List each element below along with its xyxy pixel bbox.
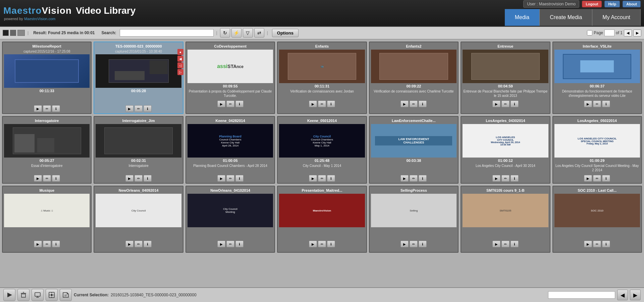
monitor-button[interactable] <box>32 289 44 301</box>
card-edit-button[interactable]: ✏ <box>410 241 418 247</box>
tab-my-account[interactable]: My Account <box>592 9 641 26</box>
page-next-button[interactable]: ▶ <box>633 29 641 37</box>
refresh-button[interactable]: ↻ <box>220 28 230 38</box>
video-card-keene1[interactable]: Keene_04282014 Planning Board Council Ch… <box>185 116 275 184</box>
card-play-button[interactable]: ▶ <box>400 241 409 247</box>
video-card-presentation[interactable]: Presentation_Maitred... MaestroVision ▶ … <box>277 186 367 253</box>
card-info-button[interactable]: ℹ <box>511 101 519 107</box>
side-icon-1[interactable]: ● <box>177 49 183 55</box>
card-info-button[interactable]: ℹ <box>511 175 519 182</box>
card-info-button[interactable]: ℹ <box>419 101 427 107</box>
card-info-button[interactable]: ℹ <box>327 101 335 107</box>
card-play-button[interactable]: ▶ <box>34 241 42 247</box>
options-button[interactable]: Options <box>272 29 299 37</box>
card-info-button[interactable]: ℹ <box>235 101 244 107</box>
card-info-button[interactable]: ℹ <box>419 175 427 182</box>
card-edit-button[interactable]: ✏ <box>135 175 143 182</box>
filter-button[interactable]: ⚡ <box>231 28 241 38</box>
card-info-button[interactable]: ℹ <box>52 105 60 112</box>
tab-media[interactable]: Media <box>505 9 540 26</box>
video-card-entrevue[interactable]: Entrevue 00:04:59 Entrevue de Pascal Bla… <box>461 42 550 114</box>
video-card-neworleans1[interactable]: NewOrleans_04092014 City Council ▶ ✏ ℹ <box>94 186 183 253</box>
card-edit-button[interactable]: ✏ <box>318 101 326 107</box>
card-edit-button[interactable]: ✏ <box>593 101 601 107</box>
card-play-button[interactable]: ▶ <box>309 241 317 247</box>
card-play-button[interactable]: ▶ <box>584 175 592 182</box>
play-button[interactable] <box>3 289 15 301</box>
video-card-lawenforcement[interactable]: LawEnforcementChalle... LAW ENFORCEMENTC… <box>369 116 459 184</box>
card-play-button[interactable]: ▶ <box>492 101 500 107</box>
card-info-button[interactable]: ℹ <box>327 175 335 182</box>
search-input[interactable] <box>120 29 214 37</box>
card-info-button[interactable]: ℹ <box>602 241 610 247</box>
card-edit-button[interactable]: ✏ <box>135 241 143 247</box>
side-icon-3[interactable]: ◁ <box>177 62 183 68</box>
video-card-interrogatoire-jim[interactable]: Interrogatoire_Jim 00:02:31 Interrogatoi… <box>94 116 183 184</box>
card-info-button[interactable]: ℹ <box>144 175 152 182</box>
funnel-button[interactable]: ▽ <box>243 28 253 38</box>
video-card-tes[interactable]: TES-000000-023_00000000 captured:2016/01… <box>94 42 183 114</box>
help-button[interactable]: Help <box>604 1 620 7</box>
card-play-button[interactable]: ▶ <box>584 241 592 247</box>
card-play-button[interactable]: ▶ <box>217 101 225 107</box>
card-edit-button[interactable]: ✏ <box>501 241 509 247</box>
share-button[interactable]: ⇄ <box>254 28 264 38</box>
card-play-button[interactable]: ▶ <box>125 241 133 247</box>
status-search-input[interactable] <box>548 291 615 299</box>
side-icon-4[interactable]: ▷ <box>177 69 183 75</box>
video-card-soc[interactable]: SOC 2310 - Last Call... SOC 2310 ▶ ✏ ℹ <box>552 186 642 253</box>
card-info-button[interactable]: ℹ <box>235 241 244 247</box>
card-edit-button[interactable]: ✏ <box>501 175 509 182</box>
card-info-button[interactable]: ℹ <box>602 175 610 182</box>
card-play-button[interactable]: ▶ <box>400 101 409 107</box>
export-button[interactable] <box>60 289 72 301</box>
video-card-milestonereport[interactable]: MilestoneReport captured:2015/12/16 - 17… <box>2 42 92 114</box>
card-edit-button[interactable]: ✏ <box>43 105 51 112</box>
card-play-button[interactable]: ▶ <box>492 175 500 182</box>
video-card-codeveloppement[interactable]: CoDeveloppement assiSTAnce 00:09:55 Prés… <box>185 42 275 114</box>
card-play-button[interactable]: ▶ <box>125 175 133 182</box>
card-info-button[interactable]: ℹ <box>327 241 335 247</box>
card-edit-button[interactable]: ✏ <box>226 175 234 182</box>
video-card-keene2[interactable]: Keene_05012014 City Council Council Cham… <box>277 116 367 184</box>
edit-button[interactable] <box>46 289 58 301</box>
card-play-button[interactable]: ▶ <box>34 175 42 182</box>
card-edit-button[interactable]: ✏ <box>226 241 234 247</box>
card-edit-button[interactable]: ✏ <box>135 105 143 112</box>
video-card-interrogatoire[interactable]: Interrogatoire 00:05:27 Essai d'interrog… <box>2 116 92 184</box>
card-play-button[interactable]: ▶ <box>125 105 133 112</box>
card-play-button[interactable]: ▶ <box>217 241 225 247</box>
card-info-button[interactable]: ℹ <box>511 241 519 247</box>
card-info-button[interactable]: ℹ <box>235 175 244 182</box>
video-card-smt[interactable]: SMT6105 cours 9_1-B SMT6105 ▶ ✏ ℹ <box>461 186 550 253</box>
view-btn-3[interactable] <box>17 30 25 36</box>
video-card-enfants2[interactable]: Enfants2 00:09:22 Vérification de connai… <box>369 42 459 114</box>
card-info-button[interactable]: ℹ <box>144 241 152 247</box>
card-edit-button[interactable]: ✏ <box>410 175 418 182</box>
card-edit-button[interactable]: ✏ <box>318 241 326 247</box>
card-edit-button[interactable]: ✏ <box>593 175 601 182</box>
status-prev-button[interactable]: ◀ <box>617 290 628 300</box>
card-edit-button[interactable]: ✏ <box>410 101 418 107</box>
video-card-interface[interactable]: Interface_VSLite 00:06:37 Démonstration … <box>552 42 642 114</box>
page-checkbox[interactable] <box>587 30 592 36</box>
logout-button[interactable]: Logout <box>582 1 602 7</box>
card-edit-button[interactable]: ✏ <box>43 241 51 247</box>
card-edit-button[interactable]: ✏ <box>226 101 234 107</box>
card-play-button[interactable]: ▶ <box>492 241 500 247</box>
card-info-button[interactable]: ℹ <box>419 241 427 247</box>
video-card-enfants[interactable]: Enfants 📹 00:11:31 Vérification de conna… <box>277 42 367 114</box>
page-prev-button[interactable]: ◀ <box>624 29 632 37</box>
video-card-la2[interactable]: LosAngeles_05022014 LOS ANGELES CITY COU… <box>552 116 642 184</box>
delete-button[interactable] <box>17 289 30 301</box>
card-play-button[interactable]: ▶ <box>584 101 592 107</box>
video-card-neworleans2[interactable]: NewOrleans_04102014 City CouncilMeeting … <box>185 186 275 253</box>
status-next-button[interactable]: ▶ <box>630 290 641 300</box>
video-card-la1[interactable]: LosAngeles_04302014 LOS ANGELES CITY COU… <box>461 116 550 184</box>
card-info-button[interactable]: ℹ <box>52 241 60 247</box>
logo-link[interactable]: MaestroVision.com <box>24 17 55 21</box>
side-icon-2[interactable]: ◀ <box>177 56 183 62</box>
card-edit-button[interactable]: ✏ <box>501 101 509 107</box>
tab-create-media[interactable]: Create Media <box>540 9 592 26</box>
card-info-button[interactable]: ℹ <box>602 101 610 107</box>
